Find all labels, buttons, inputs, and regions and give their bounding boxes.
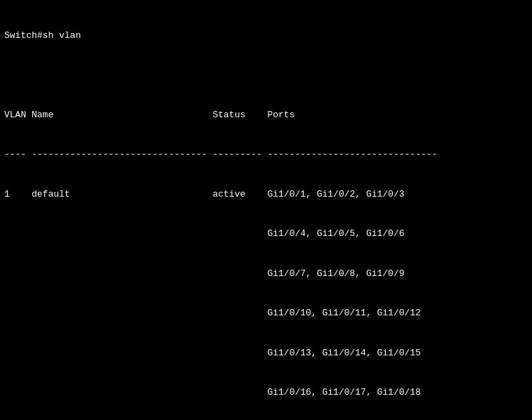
line-sep-1: ---- -------------------------------- --… bbox=[4, 148, 528, 162]
line-ports-5: Gi1/0/16, Gi1/0/17, Gi1/0/18 bbox=[4, 386, 528, 400]
line-ports-4: Gi1/0/13, Gi1/0/14, Gi1/0/15 bbox=[4, 347, 528, 360]
line-ports-3: Gi1/0/10, Gi1/0/11, Gi1/0/12 bbox=[4, 307, 528, 320]
line-ports-1: Gi1/0/4, Gi1/0/5, Gi1/0/6 bbox=[4, 228, 528, 241]
line-blank-1 bbox=[4, 69, 528, 82]
line-0: Switch#sh vlan bbox=[4, 29, 528, 43]
line-ports-2: Gi1/0/7, Gi1/0/8, Gi1/0/9 bbox=[4, 268, 528, 281]
line-header: VLAN Name Status Ports bbox=[4, 109, 528, 122]
terminal-output: Switch#sh vlan VLAN Name Status Ports --… bbox=[0, 0, 532, 420]
line-vlan1: 1 default active Gi1/0/1, Gi1/0/2, Gi1/0… bbox=[4, 188, 528, 202]
